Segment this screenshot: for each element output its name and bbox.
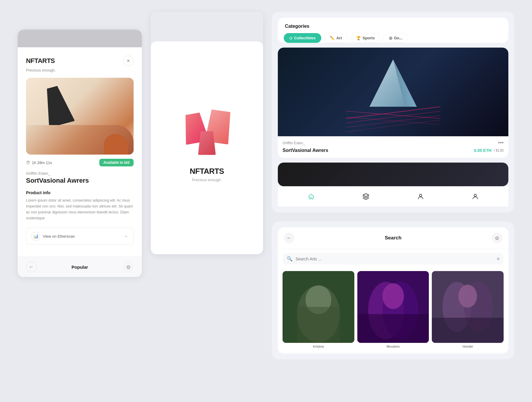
middle-panel: NFTARTS Precious enough. xyxy=(151,12,263,254)
search-icon: 🔍 xyxy=(287,256,293,262)
product-description: Lorem ipsum dolor sit amet, consectetur … xyxy=(26,197,134,221)
search-settings-button[interactable]: ⊙ xyxy=(492,233,502,243)
artwork-shape3 xyxy=(104,134,128,155)
svg-point-9 xyxy=(474,194,476,197)
more-label: Go... xyxy=(394,36,403,40)
result-kristina[interactable]: Kristina xyxy=(283,271,354,348)
nft-dark-bg xyxy=(278,48,508,136)
artist-name: Grifftin Esten_ xyxy=(26,171,134,176)
nft-menu-dots[interactable]: ••• xyxy=(498,140,504,146)
right-section: Categories ◇ Collectibles ✏️ Art 🏆 Sport… xyxy=(272,12,514,359)
etherscan-icon: 📊 xyxy=(32,232,40,240)
timer-value: 1h 28m 11s xyxy=(32,161,52,165)
nft-artist-name: Grifftin Esten_ xyxy=(283,141,305,145)
etherscan-label: View on Etherscan xyxy=(43,234,75,239)
back-button[interactable]: ← xyxy=(26,262,37,272)
popular-bar: ← Popular ⊙ xyxy=(18,257,142,277)
splash-logo: NFTARTS xyxy=(190,167,224,176)
layers-icon xyxy=(362,193,369,200)
left-top-bar xyxy=(18,30,142,47)
artwork-shape1 xyxy=(39,84,75,128)
svg-line-6 xyxy=(346,111,440,119)
sports-icon: 🏆 xyxy=(356,36,361,40)
categories-section: Categories ◇ Collectibles ✏️ Art 🏆 Sport… xyxy=(278,18,508,43)
nft-usd-price: / $130 xyxy=(494,148,504,153)
nft-card-meta: Grifftin Esten_ ••• xyxy=(283,140,504,146)
category-tab-sports[interactable]: 🏆 Sports xyxy=(351,33,380,43)
result-hondei[interactable]: Hondei xyxy=(432,271,504,348)
search-results-grid: Kristina Mouslem xyxy=(278,269,508,354)
svg-point-17 xyxy=(382,283,404,309)
timer-row: ⏱ 1h 28m 11s Available to bid xyxy=(26,159,134,166)
search-header: ← Search ⊙ xyxy=(278,227,508,249)
timer-icon: ⏱ xyxy=(26,160,30,165)
hondei-svg xyxy=(432,271,504,343)
search-back-button[interactable]: ← xyxy=(284,233,294,243)
svg-rect-23 xyxy=(432,318,504,343)
nft-price: 0.05 ETH / $130 xyxy=(474,148,504,153)
left-tagline: Precious enough. xyxy=(26,68,134,72)
categories-tabs: ◇ Collectibles ✏️ Art 🏆 Sports ◎ Go... xyxy=(284,33,502,43)
svg-rect-13 xyxy=(297,307,340,343)
search-input[interactable] xyxy=(296,257,494,261)
popular-title: Popular xyxy=(72,265,88,270)
svg-line-2 xyxy=(346,107,440,119)
splash-tagline: Precious enough. xyxy=(192,178,222,182)
hondei-image xyxy=(432,271,504,343)
settings-button[interactable]: ⊙ xyxy=(123,262,134,272)
etherscan-button[interactable]: 📊 View on Etherscan → xyxy=(26,228,134,245)
product-info-label: Product info xyxy=(26,190,134,195)
nft-card-2-partial xyxy=(278,163,508,186)
left-logo: NFTARTS xyxy=(26,57,55,65)
svg-line-3 xyxy=(346,111,440,123)
bottom-nav xyxy=(278,186,508,207)
home-icon xyxy=(308,193,315,200)
category-tab-art[interactable]: ✏️ Art xyxy=(324,33,348,43)
nav-layers[interactable] xyxy=(360,191,372,202)
hondei-label: Hondei xyxy=(463,345,473,348)
collectibles-icon: ◇ xyxy=(289,36,292,40)
svg-rect-18 xyxy=(357,314,429,343)
mouslem-image xyxy=(357,271,429,343)
svg-line-5 xyxy=(346,120,440,132)
auction-timer: ⏱ 1h 28m 11s xyxy=(26,160,52,165)
arrow-right-icon: → xyxy=(123,234,128,239)
pyramid-svg xyxy=(278,48,508,136)
category-tab-collectibles[interactable]: ◇ Collectibles xyxy=(284,33,321,43)
art-label: Art xyxy=(336,36,342,40)
bid-badge: Available to bid xyxy=(99,159,134,166)
close-button[interactable]: × xyxy=(123,56,134,66)
nav-profile[interactable] xyxy=(415,191,426,202)
logo-bar: NFTARTS × xyxy=(26,56,134,66)
collectibles-label: Collectibles xyxy=(294,36,316,40)
kristina-svg xyxy=(283,271,354,343)
nft-card-info: Grifftin Esten_ ••• SortVasional Awrers … xyxy=(278,136,508,158)
more-icon: ◎ xyxy=(389,36,392,40)
left-panel: NFTARTS × Precious enough. ⏱ 1h 28m 11s … xyxy=(18,30,142,277)
search-panel: ← Search ⊙ 🔍 ≡ xyxy=(272,221,514,359)
splash-shape-3 xyxy=(198,131,216,155)
mouslem-label: Mouslem xyxy=(387,345,400,348)
search-title: Search xyxy=(385,235,402,241)
nft-card-price-row: SortVasional Awrers 0.05 ETH / $130 xyxy=(283,148,504,153)
art-icon: ✏️ xyxy=(330,36,335,40)
nft-card-1: Grifftin Esten_ ••• SortVasional Awrers … xyxy=(278,48,508,158)
filter-button[interactable]: ≡ xyxy=(497,256,499,262)
nav-user[interactable] xyxy=(469,191,481,202)
result-mouslem[interactable]: Mouslem xyxy=(357,271,429,348)
svg-point-22 xyxy=(458,285,477,308)
nft-image-full xyxy=(278,48,508,136)
artwork-image xyxy=(26,78,134,155)
splash-artwork xyxy=(177,108,236,155)
category-tab-more[interactable]: ◎ Go... xyxy=(383,33,408,43)
kristina-label: Kristina xyxy=(313,345,324,348)
profile-icon xyxy=(417,193,424,200)
search-inner: ← Search ⊙ 🔍 ≡ xyxy=(278,227,508,354)
sports-label: Sports xyxy=(363,36,375,40)
search-settings-icon: ⊙ xyxy=(495,235,499,241)
nav-home[interactable] xyxy=(305,191,317,202)
main-app-panel: Categories ◇ Collectibles ✏️ Art 🏆 Sport… xyxy=(272,12,514,213)
svg-line-7 xyxy=(346,117,440,124)
nft-card-title: SortVasional Awrers xyxy=(283,148,328,153)
user-icon xyxy=(472,193,479,200)
